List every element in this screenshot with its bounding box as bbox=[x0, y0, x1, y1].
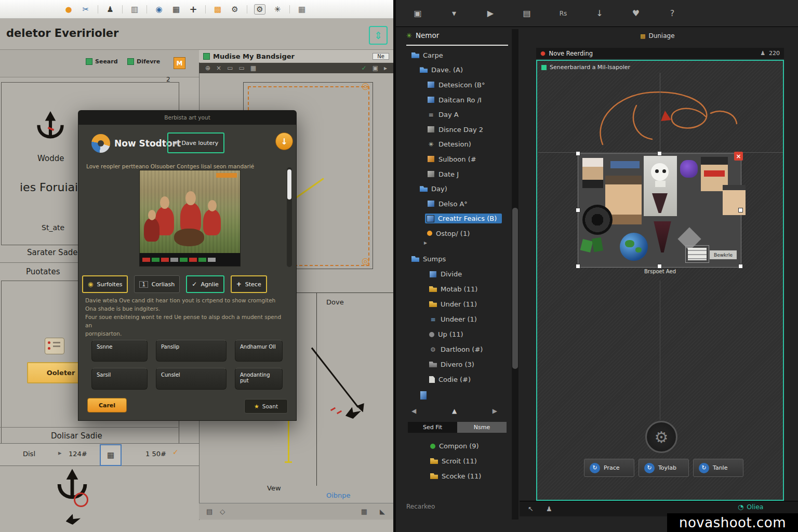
selection-handle[interactable] bbox=[657, 151, 662, 156]
submit-button[interactable]: ★ Soant bbox=[244, 399, 288, 414]
option-button[interactable]: Cunslel bbox=[156, 368, 227, 390]
table-icon[interactable]: ▦ bbox=[171, 5, 181, 14]
stece-button[interactable]: + Stece bbox=[231, 275, 267, 293]
download-icon[interactable]: ↓ bbox=[594, 8, 605, 18]
corner-icon[interactable]: ◣ bbox=[380, 508, 385, 515]
add-icon[interactable]: + bbox=[188, 4, 198, 15]
clip-icon[interactable] bbox=[420, 391, 427, 400]
grid-toggle-button[interactable]: ▦ bbox=[100, 444, 122, 466]
play-icon[interactable]: ▶ bbox=[485, 8, 496, 18]
tree-item[interactable]: Day) bbox=[404, 181, 511, 196]
tree-item[interactable]: Scroit (11) bbox=[404, 454, 511, 469]
m-badge[interactable]: M bbox=[174, 57, 185, 69]
tree-item[interactable]: Sumps bbox=[404, 251, 511, 267]
rect-icon[interactable]: ▭ bbox=[238, 64, 244, 72]
tree-item[interactable]: Divero (3) bbox=[404, 357, 511, 372]
tree-item-selected[interactable]: Creattr Feaics (B) bbox=[404, 211, 511, 227]
remove-selection-button[interactable]: × bbox=[734, 152, 743, 161]
device-node[interactable] bbox=[45, 338, 64, 354]
stack-icon[interactable]: ▤ bbox=[522, 8, 532, 18]
tree-item[interactable]: Disnce Day 2 bbox=[404, 122, 511, 137]
agnlie-button[interactable]: ✓ Agnlie bbox=[186, 275, 224, 293]
expand-vertical-icon[interactable]: ⇕ bbox=[369, 26, 388, 45]
difevre-button[interactable]: Difevre bbox=[127, 58, 160, 65]
option-button[interactable]: Anodanting put bbox=[235, 368, 283, 390]
frame-icon[interactable]: ▣ bbox=[373, 64, 378, 72]
corliash-button[interactable]: 1 Corliash bbox=[134, 275, 180, 293]
selection-handle[interactable] bbox=[576, 208, 580, 212]
tree-item[interactable]: Daitcan Ro /I bbox=[404, 92, 511, 108]
target-icon[interactable]: ◎ bbox=[362, 81, 369, 91]
tree-item[interactable]: Ostop/ (1) bbox=[404, 226, 511, 241]
tree-item[interactable]: Under (11) bbox=[404, 297, 511, 312]
diamond-icon[interactable]: ◇ bbox=[220, 508, 225, 515]
tree-item[interactable]: ⚙Dartloon (#) bbox=[404, 342, 511, 357]
tree-item[interactable]: Dave. (A) bbox=[404, 63, 511, 78]
selection-handle[interactable] bbox=[576, 151, 580, 156]
tree-item[interactable]: Carpe bbox=[404, 48, 511, 63]
selection-handle[interactable] bbox=[657, 264, 662, 269]
option-button[interactable]: Andhamur Oll bbox=[235, 340, 283, 362]
globe-icon[interactable]: ◉ bbox=[154, 5, 164, 14]
grid-icon[interactable]: ▦ bbox=[250, 64, 256, 72]
selection-handle[interactable] bbox=[738, 264, 743, 269]
grid-icon[interactable]: ▦ bbox=[361, 508, 367, 515]
gear-icon[interactable]: ⚙ bbox=[230, 5, 240, 14]
tree-item[interactable]: ≡Day A bbox=[404, 107, 511, 122]
tree-item[interactable]: Codie (#) bbox=[404, 372, 511, 387]
tree-item[interactable]: ≡Undeer (1) bbox=[404, 312, 511, 327]
user-icon[interactable]: ♟ bbox=[105, 5, 115, 14]
burst-icon[interactable]: ✳ bbox=[272, 5, 283, 14]
dave-loutery-button[interactable]: ✳ Dave loutery bbox=[167, 132, 224, 153]
color-wheel-icon[interactable]: ● bbox=[63, 5, 74, 14]
tree-item[interactable]: Compon (9) bbox=[404, 438, 511, 454]
surfoites-button[interactable]: ◉ Surfoites bbox=[82, 275, 128, 293]
person-icon[interactable]: ♟ bbox=[546, 505, 552, 513]
tree-item[interactable]: Divide bbox=[404, 267, 511, 282]
tree-item[interactable]: Scocke (11) bbox=[404, 469, 511, 484]
close-icon[interactable]: × bbox=[216, 64, 221, 72]
tree-item[interactable]: Detesicon (B° bbox=[404, 77, 511, 92]
selection-handle[interactable] bbox=[576, 264, 580, 269]
tree-item[interactable]: ✳Detesion) bbox=[404, 137, 511, 152]
tab-sed-fit[interactable]: Sed Fit bbox=[408, 422, 457, 433]
tree-scroll-thumb[interactable] bbox=[512, 208, 518, 369]
stack-icon[interactable]: ▤ bbox=[206, 508, 212, 515]
tanle-button[interactable]: ↻ Tanle bbox=[693, 459, 743, 477]
help-icon[interactable]: ? bbox=[667, 8, 677, 18]
dialog-titlebar[interactable]: Berbista art yout bbox=[78, 110, 297, 124]
selection-handle[interactable] bbox=[738, 208, 743, 212]
chevron-right-icon[interactable]: ▸ bbox=[424, 239, 427, 246]
cancel-button[interactable]: Carel bbox=[87, 398, 127, 413]
tree-item[interactable]: Motab (11) bbox=[404, 282, 511, 297]
ne-badge[interactable]: Ne bbox=[373, 53, 389, 60]
rect-icon[interactable]: ▭ bbox=[227, 64, 233, 72]
tree-item[interactable]: Delso A° bbox=[404, 196, 511, 211]
tree-item[interactable]: Date J bbox=[404, 167, 511, 182]
nav-up-icon[interactable]: ▲ bbox=[452, 407, 457, 415]
cursor-icon[interactable]: ↖ bbox=[528, 505, 534, 513]
toylab-button[interactable]: ↻ Toylab bbox=[639, 459, 689, 477]
nav-left-icon[interactable]: ◀ bbox=[411, 407, 416, 415]
jog-dial[interactable]: ⚙ bbox=[645, 421, 677, 453]
collage-selection[interactable]: Bewkrle × bbox=[578, 153, 741, 268]
scissors-icon[interactable]: ✂ bbox=[81, 5, 91, 14]
option-button[interactable]: Panslip bbox=[156, 340, 227, 362]
add-circle-icon[interactable]: ⊕ bbox=[205, 64, 210, 72]
option-button[interactable]: Ssnne bbox=[91, 340, 148, 362]
download-button[interactable]: ↓ bbox=[275, 132, 293, 150]
grid-icon[interactable]: ▦ bbox=[297, 5, 307, 14]
dialog-scroll-thumb[interactable] bbox=[287, 169, 291, 200]
option-button[interactable]: Sarsil bbox=[91, 368, 148, 390]
display-icon[interactable]: ▣ bbox=[413, 8, 423, 18]
nav-right-icon[interactable]: ▶ bbox=[493, 407, 497, 415]
settings-box-icon[interactable]: ⚙ bbox=[254, 4, 265, 15]
check-icon[interactable]: ✓ bbox=[362, 64, 367, 72]
chevron-right-icon[interactable]: ▸ bbox=[384, 64, 387, 72]
dropdown-icon[interactable]: ▾ bbox=[449, 8, 459, 18]
target-icon[interactable]: ◎ bbox=[362, 256, 369, 266]
prace-button[interactable]: ↻ Prace bbox=[584, 459, 634, 477]
apps-icon[interactable]: ▩ bbox=[212, 5, 223, 14]
chart-icon[interactable]: ▥ bbox=[129, 5, 140, 14]
tab-nsme[interactable]: Nsme bbox=[457, 422, 507, 433]
